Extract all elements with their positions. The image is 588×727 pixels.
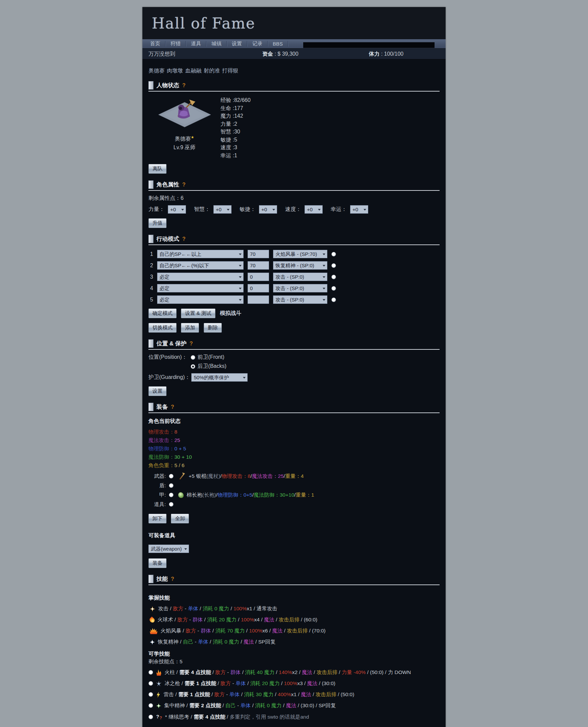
remaining-attribute-points: 剩余属性点：6 (148, 195, 440, 202)
known-skill-row: 攻击 / 敌方 - 单体 / 消耗 0 魔力 / 100%x1 / 通常攻击 (148, 605, 440, 613)
text-segment: 敌方 (177, 617, 188, 622)
action-mode-radio[interactable] (331, 298, 336, 302)
equip-slot-radio[interactable] (169, 492, 173, 497)
text-segment: 敌方 (186, 628, 196, 633)
nav-item-6[interactable]: 记录 (247, 41, 267, 47)
learn-skill-radio[interactable] (148, 703, 153, 708)
skill-select[interactable]: 攻击 - (SP:0) (273, 296, 327, 304)
nav-item-7[interactable]: BBS (268, 41, 288, 47)
confirm-mode-button[interactable]: 确定模式 (148, 308, 176, 318)
action-mode-row: 5必定攻击 - (SP:0) (148, 296, 440, 304)
text-segment: / (274, 617, 279, 622)
nav-item-2[interactable]: 狩猎 (166, 41, 186, 47)
nav-item-4[interactable]: 城镇 (206, 41, 227, 47)
learn-skill-radio[interactable] (148, 681, 153, 686)
stamina-value: : 100/100 (381, 51, 403, 57)
attribute-select[interactable]: +0 (168, 205, 186, 214)
help-link[interactable]: ? (182, 236, 186, 242)
nav-item-3[interactable]: 道具 (186, 41, 206, 47)
known-skills-title: 掌握技能 (148, 594, 440, 602)
equip-slot-radio[interactable] (169, 502, 173, 507)
leave-button-row: 离队 (148, 164, 440, 174)
text-segment: 雷击 / (164, 691, 178, 697)
help-link[interactable]: ? (171, 404, 174, 410)
action-mode-radio[interactable] (331, 263, 336, 268)
condition-select[interactable]: 必定 (157, 284, 244, 292)
action-mode-radio[interactable] (331, 252, 336, 257)
learn-skill-radio[interactable] (148, 692, 153, 697)
add-button[interactable]: 添加 (181, 323, 199, 332)
help-link[interactable]: ? (182, 82, 186, 88)
nav-item-5[interactable]: 设置 (227, 41, 247, 47)
help-link[interactable]: ? (190, 341, 193, 347)
equip-button[interactable]: 装备 (148, 558, 167, 568)
condition-select-wrap: 必定 (157, 284, 244, 292)
equip-slot-radio[interactable] (169, 474, 173, 479)
help-link[interactable]: ? (171, 576, 174, 582)
text-segment: 30 + 10 (174, 454, 192, 460)
equip-category-select[interactable]: 武器(weapon) (148, 545, 189, 553)
staff-icon (178, 472, 186, 480)
member-link-5[interactable]: 打得狠 (222, 68, 238, 74)
text-segment: 单体 (198, 639, 208, 645)
section-title: 行动模式 (156, 235, 179, 243)
help-link[interactable]: ? (182, 182, 186, 188)
position-option-front[interactable]: 前卫(Front) (191, 354, 227, 361)
character-stat: 敏捷 :5 (220, 136, 251, 144)
guard-select[interactable]: 50%的概率保护 (191, 373, 248, 382)
member-link-4[interactable]: 射的准 (204, 68, 220, 74)
delete-button[interactable]: 删除 (204, 323, 222, 332)
position-option-back[interactable]: 后卫(Backs) (191, 363, 227, 370)
text-segment: 冰之枪 / (165, 680, 184, 686)
current-equipment-stats: 物理攻击：8魔法攻击：25物理防御：0 + 5魔法防御：30 + 10角色负重：… (148, 427, 440, 469)
action-mode-radio[interactable] (331, 286, 336, 291)
condition-select[interactable]: 必定 (157, 296, 244, 304)
action-mode-radio[interactable] (331, 275, 336, 279)
slot-item: 棉长袍 (长袍) / 物理防御：0+5 / 魔法防御：30+10 / 重量：1 (178, 491, 314, 499)
member-link-3[interactable]: 血融融 (185, 68, 201, 74)
attribute-select[interactable]: +0 (304, 205, 323, 214)
nav-item-1[interactable]: 首页 (145, 41, 165, 47)
member-link-1[interactable]: 奥德赛 (148, 68, 165, 74)
learn-skill-radio[interactable] (148, 714, 153, 719)
equip-slot-radio[interactable] (169, 483, 173, 488)
attribute-select[interactable]: +0 (213, 205, 232, 214)
condition-value-input[interactable] (248, 296, 269, 304)
text-segment: 8 (174, 429, 177, 435)
set-and-test-button[interactable]: 设置 & 测试 (181, 308, 215, 318)
front-radio[interactable] (191, 355, 195, 360)
skill-select-wrap: 火焰风暴 - (SP:70) (273, 250, 327, 258)
skill-select[interactable]: 火焰风暴 - (SP:70) (273, 250, 327, 258)
skill-select[interactable]: 攻击 - (SP:0) (273, 284, 327, 292)
position-set-button[interactable]: 设置 (148, 386, 167, 396)
learnable-skill-row: * 继续思考 / 需要 4 点技能 / 多重判定，引用 swto 的话就是and (148, 712, 440, 722)
attribute-select[interactable]: +0 (350, 205, 368, 214)
unequip-buttons: 卸下 全卸 (148, 514, 440, 523)
condition-select[interactable]: 自己的SP←←(%)以下 (157, 261, 244, 269)
position-label: 位置(Position)： (148, 354, 187, 372)
condition-value-input[interactable] (248, 284, 269, 292)
text-segment: / (251, 703, 255, 708)
condition-value-input[interactable] (248, 272, 269, 281)
member-link-2[interactable]: 肉墩墩 (167, 68, 183, 74)
skill-select[interactable]: 恢复精神 - (SP:0) (273, 261, 327, 269)
attribute-select[interactable]: +0 (259, 205, 277, 214)
upgrade-button[interactable]: 升值 (148, 218, 167, 228)
simulate-battle-link[interactable]: 模拟战斗 (220, 310, 241, 316)
unequip-all-button[interactable]: 全卸 (171, 514, 189, 523)
status-bar: 万万没想到 资金 : $ 39,300 体力 : 100/100 (142, 48, 446, 59)
switch-mode-button[interactable]: 切换模式 (148, 323, 176, 332)
learn-skill-radio[interactable] (148, 670, 153, 675)
unequip-button[interactable]: 卸下 (148, 514, 167, 523)
back-radio[interactable] (191, 364, 195, 369)
condition-select[interactable]: 自己的SP←←以上 (157, 250, 244, 258)
learnable-skill-row: 冰之枪 / 需要 1 点技能 / 敌方 - 单体 / 消耗 20 魔力 / 10… (148, 680, 440, 687)
text-segment: 群体 (230, 669, 240, 675)
leave-party-button[interactable]: 离队 (148, 164, 167, 174)
position-setting: 位置(Position)： 前卫(Front) 后卫(Backs) (148, 354, 440, 372)
condition-value-input[interactable] (248, 261, 269, 269)
condition-value-input[interactable] (248, 250, 269, 258)
condition-select[interactable]: 必定 (157, 272, 244, 281)
skill-select[interactable]: 攻击 - (SP:0) (273, 272, 327, 281)
attribute-fields: 力量：+0智慧：+0敏捷：+0速度：+0幸运：+0 (148, 205, 440, 214)
